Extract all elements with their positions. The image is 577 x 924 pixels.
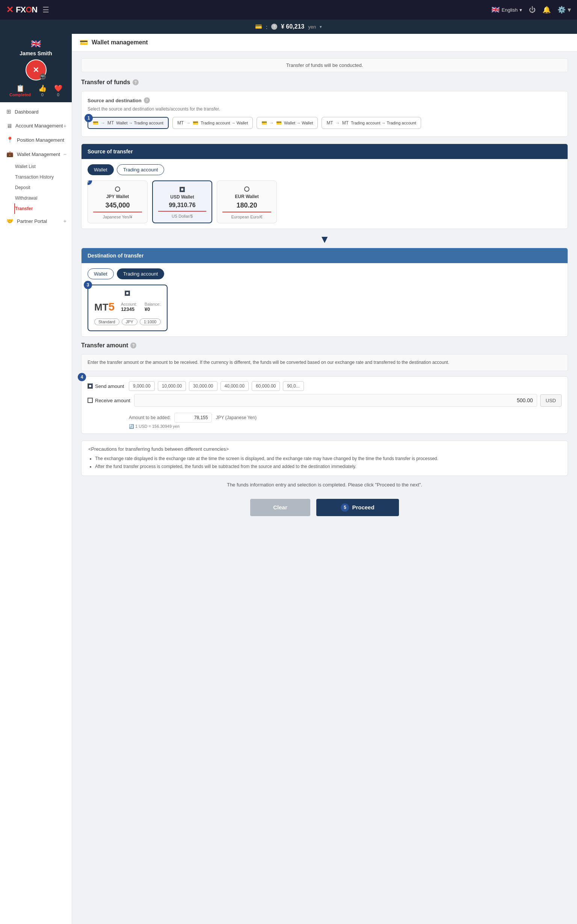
hamburger-icon[interactable]: ☰ [42, 5, 49, 14]
eur-wallet-amount: 180.20 [222, 202, 271, 209]
receive-amount-label: Receive amount [95, 398, 131, 403]
conversion-row: Amount to be added: JPY (Japanese Yen) [129, 413, 562, 423]
send-radio[interactable] [87, 383, 93, 389]
step5-badge: 5 [341, 503, 349, 512]
quick-amount-3[interactable]: 30,000.00 [189, 381, 217, 391]
mt5-logo: MT 5 [94, 300, 114, 313]
receive-amount-radio-label[interactable]: Receive amount [87, 398, 131, 403]
source-tab-wallet[interactable]: Wallet [87, 164, 114, 175]
transfer-type-wallet-to-wallet[interactable]: 💳 → 💳 Wallet → Wallet [256, 117, 318, 129]
sidebar-item-transaction-history[interactable]: Transaction History [14, 172, 72, 183]
mt-icon-tt4a: MT [326, 120, 333, 126]
usd-wallet-card[interactable]: USD Wallet 99,310.76 US Dollar/$ [152, 181, 212, 223]
transfer-type-trading-to-trading[interactable]: MT → MT Trading account → Trading accoun… [322, 117, 421, 129]
sidebar-item-deposit[interactable]: Deposit [14, 183, 72, 193]
partner-portal-expand-icon[interactable]: + [63, 218, 66, 224]
transfer-type-wallet-to-trading[interactable]: 1 💳 → MT Wallet → Trading account [87, 117, 169, 129]
arrow-tt3: → [269, 120, 274, 126]
stat-likes-icon: 👍 [38, 84, 47, 92]
sidebar-item-dashboard[interactable]: ⊞ Dashboard [0, 105, 72, 119]
transfer-amount-help-icon[interactable]: ? [131, 342, 136, 349]
logo[interactable]: ✕ FXON [6, 5, 37, 15]
eur-radio[interactable] [222, 184, 271, 192]
dest-tab-wallet[interactable]: Wallet [87, 268, 114, 279]
eur-wallet-card[interactable]: EUR Wallet 180.20 European Euro/€ [217, 181, 277, 223]
arrow-tt1: → [101, 120, 105, 126]
clear-button[interactable]: Clear [250, 499, 310, 516]
position-management-icon: 📍 [6, 136, 13, 143]
quick-amount-5[interactable]: 60,000.00 [252, 381, 280, 391]
jpy-radio[interactable] [93, 184, 142, 192]
mt5-tags: Standard JPY 1:1000 [94, 318, 161, 325]
mt5-account-label: Account: [121, 302, 137, 306]
precaution-item-2: After the fund transfer process is compl… [95, 463, 561, 470]
wallet-icon-tt2: 💳 [193, 120, 198, 126]
sidebar-item-account-management[interactable]: 🖥 Account Management + [0, 119, 72, 133]
mt5-tag-leverage: 1:1000 [140, 318, 161, 325]
dest-wt-tabs: Wallet Trading account [87, 268, 562, 279]
source-wt-tabs: Wallet Trading account [87, 164, 562, 175]
usd-radio[interactable] [158, 185, 206, 192]
destination-transfer-section: Destination of transfer Wallet Trading a… [81, 248, 568, 337]
settings-icon[interactable]: ⚙️ ▾ [558, 6, 571, 14]
sidebar-item-withdrawal[interactable]: Withdrawal [14, 193, 72, 204]
quick-amount-2[interactable]: 10,000.00 [158, 381, 186, 391]
quick-amount-4[interactable]: 40,000.00 [221, 381, 249, 391]
mt5-account-number: 12345 [121, 306, 137, 312]
mt5-balance-label: Balance: [145, 302, 161, 306]
jpy-wallet-name: JPY Wallet [93, 194, 142, 199]
mt5-card[interactable]: MT 5 Account: 12345 Balance: [87, 284, 168, 331]
account-management-expand-icon[interactable]: + [63, 123, 66, 129]
sidebar-item-partner-portal[interactable]: 🤝 Partner Portal + [0, 214, 72, 228]
proceed-button[interactable]: 5 Proceed [316, 499, 399, 516]
quick-amount-1[interactable]: 9,000.00 [129, 381, 155, 391]
send-amount-label: Send amount [95, 383, 124, 389]
stat-favorites: ❤️ 0 [54, 84, 62, 97]
mt5-radio[interactable] [94, 291, 161, 296]
wallet-icon-tt3a: 💳 [261, 120, 267, 126]
source-dest-help-icon[interactable]: ? [144, 97, 150, 103]
bottom-buttons: Clear 5 Proceed [81, 493, 568, 522]
transfer-funds-help-icon[interactable]: ? [132, 79, 139, 85]
jpy-wallet-card[interactable]: JPY Wallet 345,000 Japanese Yen/¥ [87, 181, 148, 223]
dest-tab-trading[interactable]: Trading account [117, 268, 164, 279]
arrow-down-icon: ▼ [319, 233, 330, 245]
destination-transfer-title: Destination of transfer [87, 253, 143, 258]
bell-icon[interactable]: 🔔 [542, 6, 551, 14]
avatar[interactable]: ✕ 📷 [26, 60, 47, 81]
sidebar-item-wallet-management[interactable]: 💼 Wallet Management − [0, 147, 72, 161]
amount-input[interactable] [134, 394, 537, 407]
wallet-submenu: Wallet List Transaction History Deposit … [0, 161, 72, 214]
page-layout: 🇬🇧 James Smith ✕ 📷 📋 Completed 👍 0 ❤️ 0 [0, 34, 577, 924]
refresh-icon[interactable]: 🔄 [129, 424, 134, 428]
currency-button[interactable]: USD [540, 394, 562, 407]
amount-input-card: 4 Send amount 9,000.00 10,000.00 30,0 [81, 376, 568, 434]
send-amount-radio-label[interactable]: Send amount [87, 383, 125, 389]
power-icon[interactable]: ⏻ [529, 6, 536, 14]
receive-radio[interactable] [87, 398, 93, 403]
sidebar-item-wallet-list[interactable]: Wallet List [14, 161, 72, 172]
language-selector[interactable]: 🇬🇧 English ▾ [492, 6, 522, 14]
avatar-camera-icon[interactable]: 📷 [40, 74, 46, 80]
complete-text: The funds information entry and selectio… [81, 482, 568, 488]
avatar-logo: ✕ [33, 65, 39, 74]
destination-transfer-body: Wallet Trading account 3 MT [82, 263, 567, 336]
sidebar-item-transfer[interactable]: Transfer [14, 204, 72, 214]
user-name: James Smith [4, 50, 68, 57]
wallet-management-expand-icon[interactable]: − [63, 151, 66, 157]
usd-wallet-name: USD Wallet [158, 194, 206, 200]
transfer-type-trading-to-wallet[interactable]: MT → 💳 Trading account → Wallet [172, 117, 253, 129]
balance-bar[interactable]: 💳 : ? ¥ 60,213 yen ▾ [0, 19, 577, 34]
quick-amount-6[interactable]: 90,0... [283, 381, 303, 391]
balance-icon: 💳 [255, 23, 262, 30]
balance-help-icon[interactable]: ? [271, 24, 277, 30]
tt1-label: Wallet → Trading account [116, 121, 163, 125]
conversion-input[interactable] [174, 413, 212, 423]
transfer-types: 1 💳 → MT Wallet → Trading account MT → 💳… [87, 117, 562, 129]
balance-dropdown-icon[interactable]: ▾ [320, 24, 322, 29]
sidebar-item-position-management[interactable]: 📍 Position Management [0, 133, 72, 147]
usd-wallet-amount: 99,310.76 [158, 202, 206, 208]
tt4-label: Trading account → Trading account [351, 121, 416, 125]
balance-separator: : [266, 24, 268, 30]
source-tab-trading[interactable]: Trading account [117, 164, 164, 175]
